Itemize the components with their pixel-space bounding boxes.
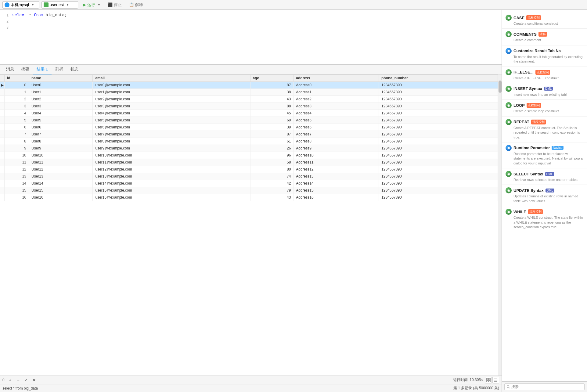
tab-summary[interactable]: 摘要 — [18, 65, 33, 74]
snippet-item-7[interactable]: ◉ Runtime Parameter Navica Runtime param… — [502, 142, 587, 168]
cell-name: User12 — [29, 166, 93, 173]
explain-button[interactable]: 📋 解释 — [127, 2, 146, 8]
line-number-1: 1 — [0, 12, 12, 18]
table-body: ▶ 0 User0 user0@example.com 87 Address0 … — [0, 82, 498, 201]
svg-rect-0 — [487, 378, 488, 380]
snippet-item-10[interactable]: ◉ WHILE 流程控制 Create a WHILE construct. T… — [502, 206, 587, 232]
editor-line-2: 2 — [0, 18, 502, 24]
col-id[interactable]: id — [5, 75, 29, 82]
confirm-button[interactable]: ✓ — [23, 377, 30, 383]
row-indicator — [0, 138, 5, 145]
table-row[interactable]: 1 User1 user1@example.com 38 Address1 12… — [0, 89, 498, 96]
snippet-item-8[interactable]: ◉ SELECT Syntax DML Retrieve rows select… — [502, 168, 587, 185]
table-selector[interactable]: usertest ▼ — [41, 1, 78, 9]
right-panel: ◉ CASE 流程控制 Create a conditional constru… — [502, 10, 587, 392]
cell-name: User16 — [29, 194, 93, 201]
grid-view-button[interactable] — [485, 377, 492, 383]
snippet-item-1[interactable]: ◉ COMMENTS 注释 Create a comment — [502, 29, 587, 45]
tab-result1[interactable]: 结果 1 — [33, 65, 52, 74]
col-age[interactable]: age — [250, 75, 294, 82]
stop-label: 停止 — [114, 2, 122, 8]
table-row[interactable]: 9 User9 user9@example.com 26 Address9 12… — [0, 145, 498, 152]
snippet-tag: DML — [545, 172, 554, 176]
cell-name: User15 — [29, 187, 93, 194]
cell-address: Address0 — [294, 82, 379, 89]
col-name[interactable]: name — [29, 75, 93, 82]
table-row[interactable]: 15 User15 user15@example.com 79 Address1… — [0, 187, 498, 194]
cell-phone: 1234567890 — [379, 138, 498, 145]
sql-table-ref: big_data; — [43, 13, 67, 17]
cell-phone: 1234567890 — [379, 159, 498, 166]
table-row[interactable]: 4 User4 user4@example.com 45 Address4 12… — [0, 110, 498, 117]
line-number-3: 3 — [0, 24, 12, 31]
cell-name: User6 — [29, 124, 93, 131]
table-row[interactable]: 12 User12 user12@example.com 80 Address1… — [0, 166, 498, 173]
row-indicator — [0, 89, 5, 96]
editor-panel: 1 select * from big_data; 2 3 消息 摘要 结果 1… — [0, 10, 502, 392]
cell-name: User3 — [29, 103, 93, 110]
row-indicator — [0, 110, 5, 117]
bottom-tools: + − ✓ ✕ — [7, 377, 38, 383]
snippet-item-0[interactable]: ◉ CASE 流程控制 Create a conditional constru… — [502, 12, 587, 29]
data-table-wrapper[interactable]: id name email age address phone_number ▶… — [0, 74, 498, 376]
cell-id: 11 — [5, 159, 29, 166]
cell-age: 79 — [250, 187, 294, 194]
snippet-item-4[interactable]: ◉ INSERT Syntax DML Insert new rows into… — [502, 83, 587, 100]
scrollbar-thumb[interactable] — [499, 81, 502, 93]
snippet-desc: Insert new rows into an existing tabl — [506, 92, 583, 97]
sql-star: * — [27, 13, 34, 17]
snippet-item-3[interactable]: ◉ IF...ELSE... 流程控制 Create a IF...ELSE..… — [502, 67, 587, 83]
row-indicator — [0, 180, 5, 187]
snippet-desc: Create a simple loop construct — [506, 109, 583, 113]
table-row[interactable]: 5 User5 user5@example.com 69 Address5 12… — [0, 117, 498, 124]
table-row[interactable]: ▶ 0 User0 user0@example.com 87 Address0 … — [0, 82, 498, 89]
results-table: id name email age address phone_number ▶… — [0, 74, 498, 201]
tab-profile[interactable]: 剖析 — [52, 65, 67, 74]
cell-id: 15 — [5, 187, 29, 194]
table-row[interactable]: 16 User16 user16@example.com 43 Address1… — [0, 194, 498, 201]
row-count: 0 — [2, 378, 5, 382]
table-row[interactable]: 10 User10 user10@example.com 96 Address1… — [0, 152, 498, 159]
list-view-button[interactable] — [492, 377, 499, 383]
snippet-desc: Create a comment — [506, 38, 583, 42]
table-row[interactable]: 14 User14 user14@example.com 42 Address1… — [0, 180, 498, 187]
table-row[interactable]: 13 User13 user13@example.com 74 Address1… — [0, 173, 498, 180]
snippet-item-6[interactable]: ◉ REPEAT 流程控制 Create A REPEAT construct.… — [502, 117, 587, 142]
snippet-desc: Create a conditional construct — [506, 21, 583, 26]
table-row[interactable]: 11 User11 user11@example.com 58 Address1… — [0, 159, 498, 166]
vertical-scrollbar[interactable] — [498, 74, 502, 376]
snippet-item-5[interactable]: ◉ LOOP 流程控制 Create a simple loop constru… — [502, 100, 587, 116]
snippet-desc: Create A REPEAT construct. The Sta list … — [506, 126, 583, 140]
snippet-item-2[interactable]: ◉ Customize Result Tab Na To name the re… — [502, 45, 587, 67]
tab-messages[interactable]: 消息 — [2, 65, 18, 74]
stop-button[interactable]: ⬛ 停止 — [105, 2, 124, 8]
table-row[interactable]: 7 User7 user7@example.com 87 Address7 12… — [0, 131, 498, 138]
time-info: 运行时间: 10.305s — [453, 377, 483, 383]
line-content-1: select * from big_data; — [12, 12, 67, 18]
tab-status[interactable]: 状态 — [67, 65, 82, 74]
snippet-header: ◉ SELECT Syntax DML — [506, 171, 583, 177]
col-address[interactable]: address — [294, 75, 379, 82]
search-input[interactable] — [511, 385, 582, 389]
db-selector[interactable]: 本机mysql ▼ — [2, 1, 39, 9]
delete-row-button[interactable]: − — [15, 377, 22, 383]
cell-address: Address10 — [294, 152, 379, 159]
svg-rect-3 — [489, 380, 490, 382]
col-phone[interactable]: phone_number — [379, 75, 498, 82]
snippet-tag: DML — [546, 189, 554, 192]
cell-address: Address16 — [294, 194, 379, 201]
add-row-button[interactable]: + — [7, 377, 14, 383]
search-input-wrap — [504, 383, 585, 390]
col-email[interactable]: email — [93, 75, 250, 82]
snippet-item-9[interactable]: ◉ UPDATE Syntax DML Updates columns of e… — [502, 185, 587, 206]
cell-address: Address7 — [294, 131, 379, 138]
table-row[interactable]: 2 User2 user2@example.com 43 Address2 12… — [0, 96, 498, 103]
db-name: 本机mysql — [11, 2, 29, 8]
cancel-button[interactable]: ✕ — [31, 377, 38, 383]
table-row[interactable]: 6 User6 user6@example.com 39 Address6 12… — [0, 124, 498, 131]
table-row[interactable]: 8 User8 user8@example.com 61 Address8 12… — [0, 138, 498, 145]
sql-editor[interactable]: 1 select * from big_data; 2 3 — [0, 10, 502, 65]
stop-icon: ⬛ — [108, 2, 113, 7]
run-button[interactable]: ▶ 运行 ▼ — [81, 2, 103, 8]
table-row[interactable]: 3 User3 user3@example.com 88 Address3 12… — [0, 103, 498, 110]
